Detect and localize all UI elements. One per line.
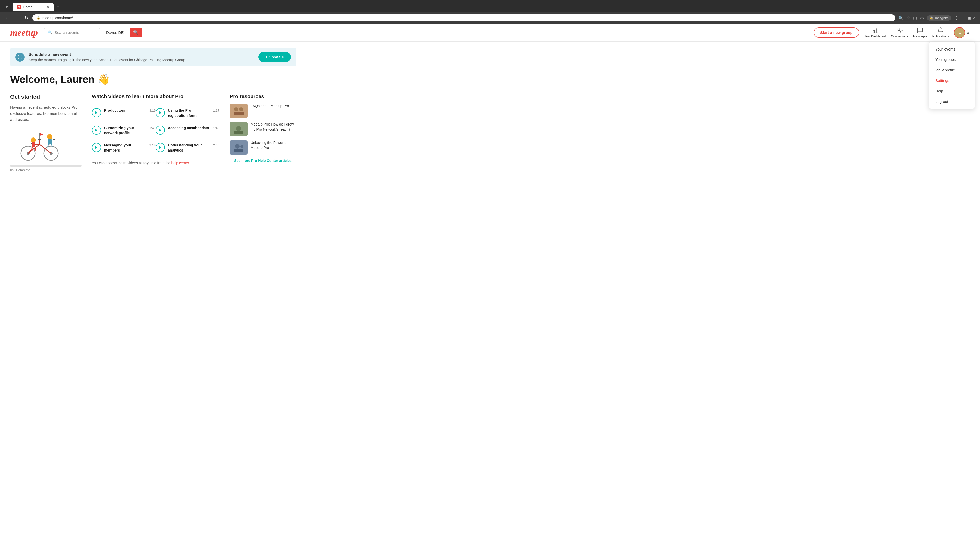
log-out-menu-item[interactable]: Log out [929,96,975,106]
play-button-3[interactable] [156,125,165,135]
progress-label: 0% Complete [10,168,82,172]
lock-icon: 🔒 [37,16,40,20]
play-button-2[interactable] [92,125,101,135]
pro-res-label-1[interactable]: Meetup Pro: How do I grow my Pro Network… [251,122,296,132]
pro-res-item-2: Unlocking the Power of Meetup Pro [230,140,296,155]
incognito-label: Incognito [935,16,948,20]
play-button-5[interactable] [156,143,165,152]
search-placeholder: Search events [55,30,79,35]
banner-description: Keep the momentum going in the new year.… [29,58,186,62]
svg-marker-31 [159,129,161,132]
split-view-icon[interactable]: ▭ [920,16,924,21]
minimize-button[interactable]: − [963,16,966,20]
svg-point-35 [234,107,238,111]
pro-dashboard-nav-item[interactable]: Pro Dashboard [865,27,886,38]
video-item-2: Customizing your network profile 1:41 [92,122,156,139]
svg-marker-27 [40,133,43,136]
meetup-logo[interactable]: meetup [10,27,38,38]
svg-rect-44 [234,149,243,152]
svg-rect-23 [48,139,52,144]
forward-button[interactable]: → [14,14,21,22]
help-text-before: You can access these videos at any time … [92,161,170,165]
active-tab[interactable]: m Home ✕ [13,3,54,11]
see-more-link[interactable]: See more Pro Help Center articles [230,159,296,163]
search-button[interactable]: 🔍 [130,27,142,38]
get-started-title: Get started [10,94,82,100]
refresh-button[interactable]: ↻ [24,14,29,22]
create-event-button[interactable]: + Create e [258,52,291,62]
settings-menu-item[interactable]: Settings [929,75,975,86]
video-info-0: Product tour 3:19 [104,108,156,113]
video-info-5: Understanding your analytics 2:36 [168,143,220,153]
videos-grid: Product tour 3:19 Using the Pro registra… [92,105,220,157]
avatar-wrapper[interactable]: L ▲ [954,27,970,38]
browser-controls: ← → ↻ 🔒 meetup.com/home/ 🔍 ☆ ▢ ▭ 🕵 Incog… [0,12,980,24]
video-title-2: Customizing your network profile [104,125,147,135]
pro-resources-title: Pro resources [230,94,296,100]
extensions-icon[interactable]: ▢ [913,16,917,21]
svg-line-25 [51,143,52,148]
video-duration-4: 2:18 [149,143,156,147]
svg-point-36 [239,107,243,111]
back-button[interactable]: ← [4,14,11,22]
tab-title: Home [23,5,32,9]
play-icon-3 [159,128,162,132]
pro-res-label-2[interactable]: Unlocking the Power of Meetup Pro [251,140,296,150]
pro-res-label-0[interactable]: FAQs about Meetup Pro [251,103,289,109]
banner-title: Schedule a new event [29,52,186,57]
svg-point-43 [240,145,243,148]
new-tab-button[interactable]: + [55,2,62,12]
video-item-0: Product tour 3:19 [92,105,156,122]
browser-right-controls: 🔍 ☆ ▢ ▭ 🕵 Incognito ⋮ [898,15,958,21]
video-duration-2: 1:41 [149,125,156,130]
close-button[interactable]: ✕ [973,16,976,20]
incognito-icon: 🕵 [929,16,934,20]
user-dropdown-menu: Your events Your groups View profile Set… [929,41,975,109]
svg-rect-1 [875,29,876,33]
welcome-heading: Welcome, Lauren 👋 [10,73,296,86]
tab-list-button[interactable]: ▼ [3,4,11,10]
your-groups-menu-item[interactable]: Your groups [929,54,975,65]
bike-illustration [10,128,66,161]
progress-bar-section: 0% Complete [10,165,82,172]
video-title-0: Product tour [104,108,126,113]
svg-rect-40 [234,131,243,134]
play-button-1[interactable] [156,108,165,118]
play-icon-0 [95,111,98,114]
video-info-1: Using the Pro registration form 1:17 [168,108,220,118]
chart-icon [872,27,879,34]
incognito-badge: 🕵 Incognito [927,15,951,21]
svg-rect-19 [32,142,35,147]
help-menu-item[interactable]: Help [929,86,975,96]
svg-marker-32 [95,146,97,149]
tab-close-button[interactable]: ✕ [46,5,49,10]
maximize-button[interactable]: ▣ [967,16,971,20]
play-icon-4 [95,146,98,149]
search-box[interactable]: 🔍 Search events [44,28,100,37]
menu-icon[interactable]: ⋮ [954,16,958,21]
video-duration-5: 2:36 [213,143,220,147]
pro-res-item-0: FAQs about Meetup Pro [230,103,296,118]
tab-bar: ▼ m Home ✕ + [0,0,980,12]
notifications-nav-item[interactable]: Notifications [932,27,949,38]
video-duration-3: 1:43 [213,125,220,130]
address-bar[interactable]: 🔒 meetup.com/home/ [32,14,895,21]
pro-resources-section: Pro resources FAQs about Meetup Pro [230,94,296,172]
svg-rect-2 [877,28,878,33]
location-display[interactable]: Dover, DE [106,30,124,35]
video-item-3: Accessing member data 1:43 [156,122,220,139]
svg-point-42 [235,144,240,149]
get-started-section: Get started Having an event scheduled un… [10,94,82,172]
start-group-button[interactable]: Start a new group [814,27,859,38]
help-center-link[interactable]: help center [172,161,189,165]
view-profile-menu-item[interactable]: View profile [929,65,975,75]
search-icon[interactable]: 🔍 [898,16,904,21]
play-button-0[interactable] [92,108,101,118]
bookmark-icon[interactable]: ☆ [907,16,910,21]
messages-nav-item[interactable]: Messages [913,27,927,38]
thumb-image-0 [232,106,245,116]
connections-nav-item[interactable]: Connections [891,27,908,38]
your-events-menu-item[interactable]: Your events [929,44,975,54]
pro-res-thumb-0 [230,103,248,118]
play-button-4[interactable] [92,143,101,152]
